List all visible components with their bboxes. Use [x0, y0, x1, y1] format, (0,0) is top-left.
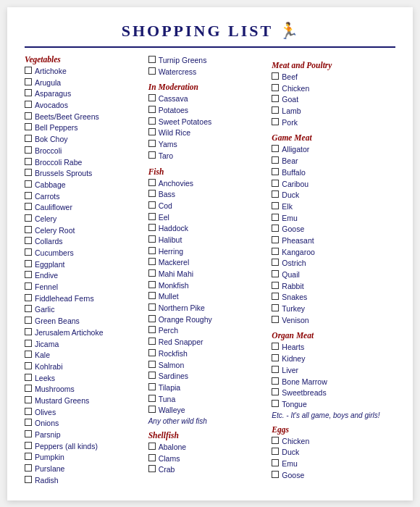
checkbox[interactable] [25, 226, 32, 233]
checkbox[interactable] [148, 349, 156, 356]
checkbox[interactable] [272, 459, 279, 466]
checkbox[interactable] [148, 140, 156, 147]
checkbox[interactable] [272, 95, 279, 102]
checkbox[interactable] [272, 106, 279, 114]
checkbox[interactable] [272, 400, 279, 407]
checkbox[interactable] [25, 385, 32, 392]
checkbox[interactable] [148, 117, 156, 125]
checkbox[interactable] [25, 271, 32, 278]
checkbox[interactable] [148, 128, 156, 135]
checkbox[interactable] [25, 476, 32, 483]
checkbox[interactable] [272, 72, 279, 80]
checkbox[interactable] [148, 315, 156, 322]
checkbox[interactable] [272, 156, 279, 164]
checkbox[interactable] [25, 67, 32, 74]
checkbox[interactable] [272, 248, 279, 255]
checkbox[interactable] [272, 471, 279, 478]
checkbox[interactable] [272, 354, 279, 361]
checkbox[interactable] [272, 316, 279, 323]
checkbox[interactable] [25, 282, 32, 290]
checkbox[interactable] [272, 282, 279, 289]
checkbox[interactable] [148, 281, 156, 288]
checkbox[interactable] [148, 292, 156, 299]
checkbox[interactable] [148, 235, 156, 243]
checkbox[interactable] [25, 317, 32, 324]
checkbox[interactable] [272, 145, 279, 152]
checkbox[interactable] [148, 443, 156, 450]
checkbox[interactable] [25, 419, 32, 426]
checkbox[interactable] [25, 146, 32, 154]
checkbox[interactable] [272, 343, 279, 350]
checkbox[interactable] [25, 340, 32, 347]
checkbox[interactable] [272, 377, 279, 385]
checkbox[interactable] [272, 259, 279, 266]
checkbox[interactable] [25, 430, 32, 437]
checkbox[interactable] [148, 213, 156, 220]
checkbox[interactable] [25, 123, 32, 130]
checkbox[interactable] [148, 465, 156, 472]
checkbox[interactable] [25, 180, 32, 188]
checkbox[interactable] [272, 214, 279, 221]
checkbox[interactable] [272, 448, 279, 455]
checkbox[interactable] [25, 305, 32, 312]
checkbox[interactable] [148, 383, 156, 390]
checkbox[interactable] [148, 106, 156, 113]
checkbox[interactable] [272, 190, 279, 198]
checkbox[interactable] [148, 56, 156, 63]
checkbox[interactable] [272, 180, 279, 187]
checkbox[interactable] [272, 236, 279, 243]
checkbox[interactable] [25, 294, 32, 301]
checkbox[interactable] [25, 135, 32, 142]
checkbox[interactable] [25, 442, 32, 449]
checkbox[interactable] [148, 151, 156, 159]
checkbox[interactable] [148, 190, 156, 197]
checkbox[interactable] [148, 224, 156, 231]
checkbox[interactable] [25, 78, 32, 85]
checkbox[interactable] [25, 362, 32, 369]
checkbox[interactable] [148, 94, 156, 101]
checkbox[interactable] [25, 374, 32, 381]
checkbox[interactable] [148, 179, 156, 186]
checkbox[interactable] [148, 201, 156, 209]
checkbox[interactable] [25, 260, 32, 267]
checkbox[interactable] [148, 303, 156, 311]
checkbox[interactable] [272, 168, 279, 175]
checkbox[interactable] [25, 248, 32, 256]
checkbox[interactable] [148, 326, 156, 333]
checkbox[interactable] [25, 464, 32, 472]
checkbox[interactable] [25, 158, 32, 165]
checkbox[interactable] [148, 258, 156, 265]
checkbox[interactable] [272, 84, 279, 91]
checkbox[interactable] [25, 351, 32, 358]
checkbox[interactable] [272, 366, 279, 373]
checkbox[interactable] [148, 454, 156, 461]
checkbox[interactable] [148, 395, 156, 402]
checkbox[interactable] [25, 203, 32, 210]
checkbox[interactable] [148, 269, 156, 277]
checkbox[interactable] [272, 270, 279, 277]
checkbox[interactable] [272, 118, 279, 125]
checkbox[interactable] [25, 328, 32, 335]
checkbox[interactable] [148, 338, 156, 345]
checkbox[interactable] [148, 361, 156, 368]
checkbox[interactable] [272, 293, 279, 300]
checkbox[interactable] [25, 112, 32, 120]
checkbox[interactable] [272, 388, 279, 395]
checkbox[interactable] [25, 192, 32, 199]
checkbox[interactable] [148, 247, 156, 254]
checkbox[interactable] [25, 237, 32, 244]
checkbox[interactable] [25, 101, 32, 108]
checkbox[interactable] [25, 169, 32, 176]
checkbox[interactable] [25, 396, 32, 403]
checkbox[interactable] [272, 304, 279, 311]
checkbox[interactable] [25, 408, 32, 415]
checkbox[interactable] [148, 67, 156, 75]
checkbox[interactable] [148, 406, 156, 413]
checkbox[interactable] [25, 214, 32, 222]
checkbox[interactable] [148, 372, 156, 379]
checkbox[interactable] [25, 89, 32, 96]
checkbox[interactable] [272, 437, 279, 444]
checkbox[interactable] [272, 202, 279, 209]
checkbox[interactable] [25, 453, 32, 460]
checkbox[interactable] [272, 225, 279, 232]
